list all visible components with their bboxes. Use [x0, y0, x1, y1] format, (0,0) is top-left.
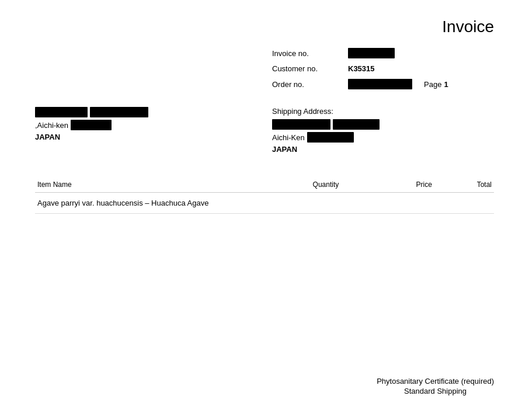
order-no-label: Order no.: [272, 80, 348, 89]
footer-line1: Phytosanitary Certificate (required): [377, 377, 494, 386]
billing-address-line1: [35, 107, 210, 117]
shipping-name2-redacted: [333, 119, 380, 130]
page-label: Page: [424, 80, 441, 89]
billing-address: ,Aichi-ken JAPAN: [35, 107, 210, 154]
shipping-address-line1: [272, 119, 494, 130]
shipping-address: Shipping Address: Aichi-Ken JAPAN: [272, 107, 494, 154]
invoice-meta: Invoice no. Customer no. K35315 Order no…: [35, 48, 494, 95]
item-total-cell: [434, 193, 494, 214]
col-header-price: Price: [380, 177, 434, 193]
billing-address-line2: ,Aichi-ken: [35, 120, 210, 130]
table-row: Agave parryi var. huachucensis – Huachuc…: [35, 193, 494, 214]
item-qty-cell: [311, 193, 380, 214]
col-header-item: Item Name: [35, 177, 311, 193]
invoice-title: Invoice: [442, 18, 494, 36]
customer-no-value: K35315: [348, 64, 375, 73]
invoice-no-row: Invoice no.: [272, 48, 494, 58]
shipping-label: Shipping Address:: [272, 107, 494, 116]
footer-section: Phytosanitary Certificate (required) Sta…: [377, 377, 494, 397]
item-name-cell: Agave parryi var. huachucensis – Huachuc…: [35, 193, 311, 214]
page-number: 1: [444, 80, 448, 89]
shipping-country: JAPAN: [272, 145, 494, 154]
customer-no-row: Customer no. K35315: [272, 64, 494, 73]
shipping-name-redacted: [272, 119, 330, 130]
addresses-section: ,Aichi-ken JAPAN Shipping Address: Aichi…: [35, 107, 494, 154]
invoice-no-label: Invoice no.: [272, 49, 348, 58]
shipping-postal-redacted: [307, 132, 354, 143]
table-header-row: Item Name Quantity Price Total: [35, 177, 494, 193]
billing-name2-redacted: [90, 107, 148, 117]
billing-city-prefix: ,Aichi-ken: [35, 121, 68, 130]
billing-postal-redacted: [71, 120, 112, 130]
shipping-address-line2: Aichi-Ken: [272, 132, 494, 143]
footer-line2: Standard Shipping: [377, 387, 494, 395]
order-no-redacted: [348, 79, 412, 89]
customer-no-label: Customer no.: [272, 64, 348, 73]
items-table: Item Name Quantity Price Total Agave par…: [35, 177, 494, 214]
billing-name-redacted: [35, 107, 88, 117]
billing-country: JAPAN: [35, 133, 210, 141]
col-header-total: Total: [434, 177, 494, 193]
shipping-city-prefix: Aichi-Ken: [272, 133, 305, 142]
order-no-row: Order no. Page 1: [272, 79, 494, 89]
invoice-no-redacted: [348, 48, 395, 58]
col-header-qty: Quantity: [311, 177, 380, 193]
item-price-cell: [380, 193, 434, 214]
